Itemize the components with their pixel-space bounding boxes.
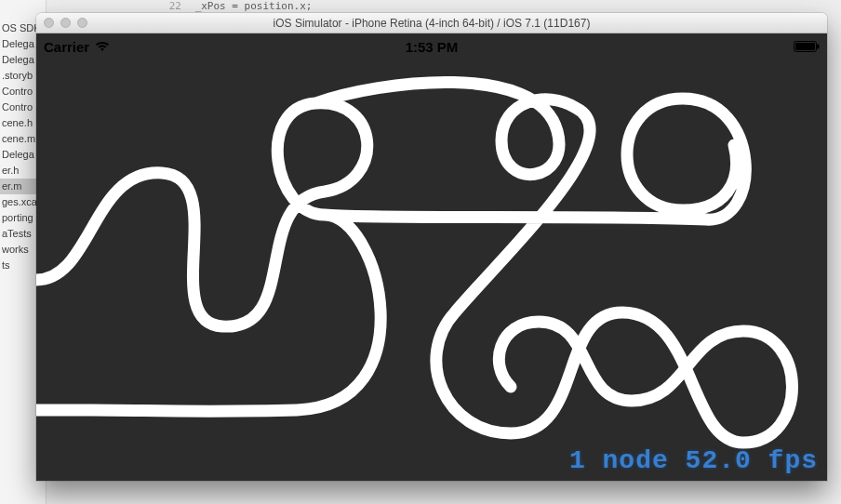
simulator-screen[interactable]: Carrier 1:53 PM [36, 33, 827, 481]
code-line: _xPos = position.x; [195, 0, 313, 12]
scene-drawing [36, 33, 827, 481]
minimize-icon[interactable] [60, 18, 71, 28]
close-icon[interactable] [44, 18, 54, 28]
node-count: 1 node [569, 446, 669, 475]
line-number: 22 [163, 0, 181, 12]
simulator-window: iOS Simulator - iPhone Retina (4-inch 64… [36, 13, 827, 481]
spritekit-debug-overlay: 1 node 52.0 fps [569, 446, 818, 475]
fps-count: 52.0 fps [686, 446, 818, 475]
window-titlebar[interactable]: iOS Simulator - iPhone Retina (4-inch 64… [36, 13, 827, 33]
traffic-lights [44, 18, 87, 28]
zoom-icon[interactable] [77, 18, 87, 28]
window-title: iOS Simulator - iPhone Retina (4-inch 64… [36, 17, 827, 30]
